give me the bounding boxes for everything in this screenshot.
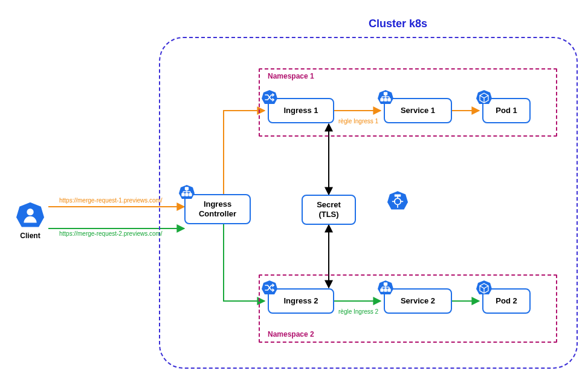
sitemap-icon	[378, 280, 393, 296]
pod-2-label: Pod 2	[496, 296, 517, 306]
namespace-2-label: Namespace 2	[268, 330, 314, 339]
svg-rect-18	[384, 92, 387, 95]
svg-rect-25	[384, 99, 387, 101]
svg-rect-36	[384, 289, 387, 291]
rule-1-label: règle Ingress 1	[338, 118, 378, 125]
url-2-label: https://merge-request-2.previews.com/	[59, 230, 163, 237]
cube-icon	[476, 280, 492, 296]
svg-point-2	[27, 209, 33, 215]
service-1-node: Service 1	[384, 98, 452, 123]
sitemap-icon	[378, 89, 393, 105]
svg-rect-24	[381, 99, 383, 101]
cube-icon	[476, 89, 492, 105]
namespace-1-label: Namespace 1	[268, 72, 314, 80]
shuffle-icon	[262, 89, 277, 105]
svg-rect-10	[186, 193, 188, 196]
ingress-1-label: Ingress 1	[283, 106, 318, 115]
ingress-controller-label-1: Ingress	[199, 199, 236, 209]
svg-rect-9	[182, 193, 184, 196]
svg-rect-11	[189, 193, 192, 196]
secret-label-1: Secret	[317, 200, 341, 210]
ingress-2-label: Ingress 2	[283, 296, 318, 306]
pod-1-label: Pod 1	[496, 106, 517, 115]
sitemap-icon	[179, 184, 195, 200]
svg-rect-17	[395, 195, 401, 197]
rule-2-label: règle Ingress 2	[338, 308, 378, 315]
svg-rect-3	[186, 187, 189, 190]
svg-rect-26	[388, 99, 390, 101]
secret-node: Secret (TLS)	[302, 195, 356, 225]
svg-rect-29	[384, 283, 387, 285]
url-1-label: https://merge-request-1.previews.com/	[59, 197, 163, 204]
shuffle-icon	[262, 280, 277, 296]
user-icon	[16, 201, 44, 229]
ingress-controller-label-2: Controller	[199, 209, 236, 219]
ship-wheel-icon	[387, 190, 408, 211]
client-label: Client	[12, 232, 48, 240]
secret-label-2: (TLS)	[317, 210, 341, 219]
service-2-node: Service 2	[384, 288, 452, 314]
svg-rect-37	[388, 289, 390, 291]
ingress-1-node: Ingress 1	[268, 98, 334, 123]
cluster-title: Cluster k8s	[369, 18, 427, 30]
ingress-2-node: Ingress 2	[268, 288, 334, 314]
client: Client	[12, 201, 48, 240]
service-2-label: Service 2	[401, 296, 435, 306]
svg-rect-35	[381, 289, 383, 291]
service-1-label: Service 1	[401, 106, 435, 115]
